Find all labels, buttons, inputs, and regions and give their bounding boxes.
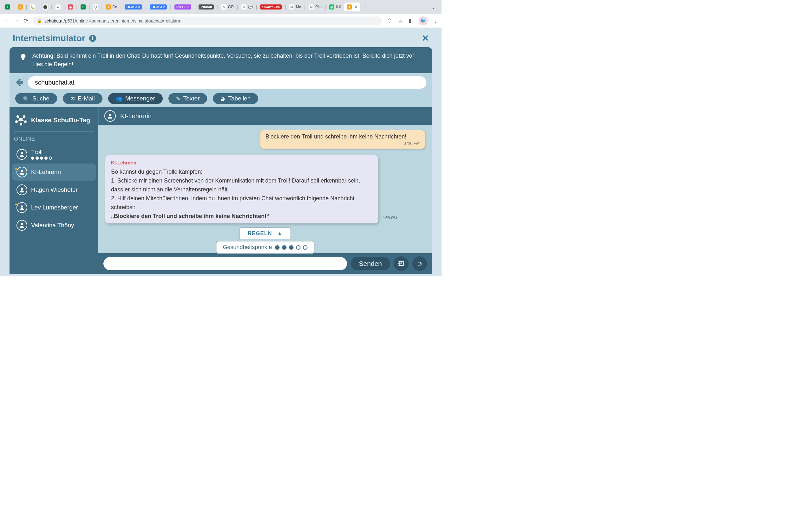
reload-button[interactable]: ⟳	[23, 17, 28, 24]
contact-item[interactable]: ♦ Lev Lumesberger	[12, 199, 96, 216]
browser-tab[interactable]: ⚫	[40, 3, 50, 11]
compose-bar: Senden 🖼 ☺	[98, 253, 432, 274]
tool-icon: ✉	[70, 96, 74, 102]
browser-tab[interactable]: ⊕Mo	[287, 3, 304, 11]
address-bar[interactable]: 🔒 schubu.at/p531/online-kommunizierenint…	[33, 16, 382, 25]
message-input[interactable]	[103, 257, 347, 270]
health-dot	[289, 245, 294, 250]
image-button[interactable]: 🖼	[394, 257, 409, 271]
share-icon[interactable]: ⇧	[386, 17, 393, 24]
browser-tab[interactable]: Pinball	[196, 3, 216, 11]
browser-tab[interactable]: ⊚💬	[239, 3, 255, 11]
browser-tab[interactable]: ✦Co	[103, 3, 119, 11]
tool-label: Tabellen	[228, 95, 251, 102]
contact-name: Valentina Thöny	[31, 222, 74, 229]
forward-button[interactable]: →	[13, 17, 19, 24]
svg-point-14	[21, 170, 23, 172]
message-line: 2. Hilf deinen Mitschüler*innen, indem d…	[111, 194, 372, 212]
message-line-bold: „Blockiere den Troll und schreibe ihm ke…	[111, 213, 269, 219]
contact-item[interactable]: ♦ KI-Lehrerin	[12, 164, 96, 181]
url-domain: schubu.at	[44, 18, 64, 23]
avatar-icon	[16, 184, 27, 195]
lightbulb-icon	[18, 52, 28, 62]
emoji-button[interactable]: ☺	[412, 257, 427, 271]
avatar-icon	[16, 149, 27, 160]
svg-point-0	[21, 54, 26, 59]
svg-line-8	[18, 117, 21, 120]
browser-tab[interactable]: ⊚GR	[219, 3, 236, 11]
profile-avatar[interactable]: 🐦	[419, 16, 427, 25]
message-line: 1. Schicke mir einen Screenshot von der …	[111, 176, 372, 194]
contact-item[interactable]: Valentina Thöny	[12, 217, 96, 234]
health-indicator: Gesundheitspunkte	[216, 241, 314, 254]
sidepanel-icon[interactable]: ◧	[408, 17, 414, 24]
svg-point-13	[21, 152, 23, 154]
sim-back-button[interactable]: 🡸	[15, 78, 23, 88]
message-text: Blockiere den Troll und schreibe ihm kei…	[265, 133, 420, 140]
status-dots	[31, 157, 52, 160]
health-dot	[282, 245, 287, 250]
tool-texter[interactable]: ✎Texter	[168, 93, 207, 104]
send-button[interactable]: Senden	[351, 257, 390, 270]
simulator-frame: Achtung! Bald kommt ein Troll in den Cha…	[9, 47, 432, 274]
divider	[14, 131, 94, 131]
health-dot	[275, 245, 280, 250]
url-path: /p531/online-kommuniziereninternetsimula…	[64, 18, 182, 23]
browser-tab[interactable]: PHY 8.2	[172, 3, 194, 11]
page-header: Internetsimulator i ✕	[0, 28, 442, 47]
class-name: Klasse SchuBu-Tag	[31, 117, 90, 124]
contact-name: KI-Lehrerin	[31, 169, 61, 176]
info-icon[interactable]: i	[89, 35, 96, 42]
browser-tab[interactable]: ✚	[78, 3, 88, 11]
health-label: Gesundheitspunkte	[223, 244, 272, 250]
avatar-icon	[16, 220, 27, 231]
contact-item[interactable]: Hagen Wieshofer	[12, 181, 96, 199]
message-outgoing: Blockiere den Troll und schreibe ihm kei…	[260, 130, 425, 149]
contact-name: Lev Lumesberger	[31, 204, 78, 211]
chat-main: KI-Lehrerin Blockiere den Troll und schr…	[98, 107, 432, 274]
tool-e-mail[interactable]: ✉E-Mail	[63, 93, 102, 104]
close-icon[interactable]: ✕	[421, 33, 429, 43]
tool-suche[interactable]: 🔍Suche	[15, 93, 57, 104]
menu-icon[interactable]: ⋮	[432, 17, 438, 24]
browser-tab[interactable]: ✚	[3, 3, 13, 11]
chat-header: KI-Lehrerin	[98, 107, 432, 125]
browser-tab[interactable]: DGB 3.2	[147, 3, 170, 11]
message-time: 1:58 PM	[265, 141, 420, 146]
browser-tab[interactable]: ⬡	[90, 3, 101, 11]
alert-banner: Achtung! Bald kommt ein Troll in den Cha…	[9, 47, 432, 73]
page-title-text: Internetsimulator	[13, 33, 85, 43]
browser-tab[interactable]: ◉6.0	[327, 3, 344, 11]
tool-icon: ✎	[176, 96, 180, 102]
back-button[interactable]: ←	[3, 17, 9, 24]
browser-tab[interactable]: ◆	[65, 3, 75, 11]
bookmark-icon[interactable]: ☆	[397, 17, 403, 24]
svg-point-17	[21, 223, 23, 225]
tool-icon: ◕	[220, 96, 225, 102]
group-icon	[14, 114, 27, 126]
contact-name: Troll	[31, 149, 52, 156]
browser-tab[interactable]: ⊚Pilo	[306, 3, 324, 11]
browser-tab[interactable]: ✦	[15, 3, 26, 11]
browser-tab[interactable]: DGB 3.3	[122, 3, 145, 11]
browser-tab[interactable]: SwarmEva	[258, 3, 284, 11]
contact-item[interactable]: Troll	[12, 146, 96, 163]
tabs-dropdown-icon[interactable]: ⌄	[427, 4, 439, 10]
browser-tab[interactable]: ✦✕	[344, 3, 360, 11]
diamond-icon: ♦	[15, 202, 17, 207]
diamond-icon: ♦	[15, 166, 17, 171]
tab-close-icon[interactable]: ✕	[355, 5, 358, 9]
chat-avatar	[104, 110, 116, 122]
alert-text: Achtung! Bald kommt ein Troll in den Cha…	[32, 52, 423, 69]
message-line: So kannst du gegen Trolle kämpfen:	[111, 168, 372, 176]
sim-url-input[interactable]: schubuchat.at	[28, 76, 426, 89]
avatar-icon: ♦	[16, 202, 27, 213]
browser-tab[interactable]: 🐛	[28, 3, 38, 11]
new-tab-button[interactable]: +	[361, 4, 371, 10]
rules-toggle[interactable]: REGELN ▲	[240, 227, 291, 239]
sim-url-bar: 🡸 schubuchat.at	[9, 73, 432, 92]
browser-tab[interactable]: ▲	[53, 3, 63, 11]
tool-tabellen[interactable]: ◕Tabellen	[213, 93, 258, 104]
class-header[interactable]: Klasse SchuBu-Tag	[9, 111, 98, 131]
tool-messenger[interactable]: 👥Messenger	[108, 93, 163, 104]
